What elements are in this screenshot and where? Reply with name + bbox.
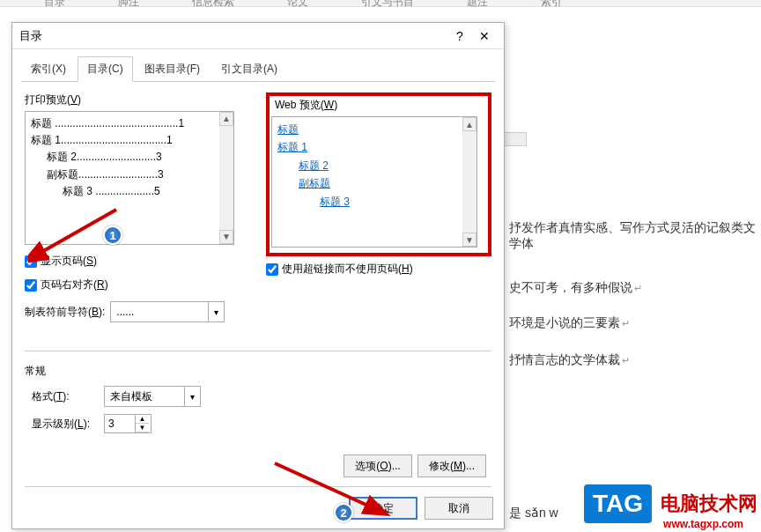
ok-button[interactable]: 确定	[349, 497, 417, 520]
bg-text-3: 环境是小说的三要素	[509, 315, 630, 331]
spin-down[interactable]: ▼	[136, 424, 149, 432]
tab-citations[interactable]: 引文目录(A)	[211, 56, 287, 82]
bg-pill	[502, 132, 527, 146]
divider	[25, 486, 491, 487]
web-preview-highlight: Web 预览(W) 标题 标题 1 标题 2 副标题 标题 3 ▲▼	[266, 92, 491, 256]
tab-bar: 索引(X) 目录(C) 图表目录(F) 引文目录(A)	[12, 49, 504, 82]
tab-figures[interactable]: 图表目录(F)	[135, 56, 210, 82]
web-link[interactable]: 标题 2	[299, 159, 329, 172]
dialog-title: 目录	[19, 28, 447, 44]
web-link[interactable]: 副标题	[299, 177, 330, 189]
help-button[interactable]: ?	[447, 26, 472, 47]
levels-spin[interactable]: ▲▼	[104, 414, 151, 433]
print-preview: 标题 .....................................…	[25, 111, 234, 245]
tab-toc[interactable]: 目录(C)	[78, 56, 133, 82]
use-hyperlinks-label: 使用超链接而不使用页码(H)	[282, 262, 413, 277]
bg-text-1: 抒发作者真情实感、写作方式灵活的记叙类文学体	[509, 220, 761, 252]
watermark-url: www.tagxp.com	[663, 518, 743, 530]
bg-text-4: 抒情言志的文学体裁	[509, 352, 630, 368]
divider	[25, 351, 491, 351]
spin-up[interactable]: ▲	[136, 415, 149, 424]
leader-label: 制表符前导符(B):	[25, 305, 105, 320]
toc-dialog: 目录 ? ✕ 索引(X) 目录(C) 图表目录(F) 引文目录(A) 打印预览(…	[11, 22, 505, 529]
right-align-label: 页码右对齐(R)	[41, 277, 108, 292]
bg-text-5: 是 sǎn w	[509, 506, 558, 521]
right-align-checkbox[interactable]	[25, 279, 37, 292]
modify-button[interactable]: 修改(M)...	[417, 454, 486, 477]
use-hyperlinks-checkbox[interactable]	[266, 263, 278, 276]
levels-input[interactable]	[105, 417, 135, 430]
cancel-button[interactable]: 取消	[425, 497, 493, 520]
web-link[interactable]: 标题	[277, 123, 299, 136]
show-page-label: 显示页码(S)	[41, 254, 97, 269]
ribbon: 目录 脚注 信息检索 论文 引文与书目 题注 索引	[0, 0, 761, 10]
levels-label: 显示级别(L):	[32, 417, 95, 432]
tab-index[interactable]: 索引(X)	[21, 56, 76, 82]
web-preview-label: Web 预览(W)	[271, 98, 486, 113]
web-link[interactable]: 标题 3	[320, 196, 350, 208]
leader-combo[interactable]: ......▾	[110, 301, 225, 322]
watermark-text: 电脑技术网	[661, 491, 757, 517]
web-link[interactable]: 标题 1	[277, 141, 307, 153]
options-button[interactable]: 选项(O)...	[344, 454, 412, 477]
annotation-badge-1: 1	[103, 225, 122, 245]
show-page-checkbox[interactable]	[25, 255, 37, 268]
watermark-tag: TAG	[584, 484, 652, 523]
web-preview: 标题 标题 1 标题 2 副标题 标题 3 ▲▼	[271, 116, 477, 248]
scrollbar[interactable]: ▲▼	[219, 112, 233, 244]
format-combo[interactable]: 来自模板▾	[104, 386, 201, 407]
scrollbar[interactable]: ▲▼	[462, 117, 477, 247]
general-label: 常规	[25, 364, 491, 379]
close-button[interactable]: ✕	[472, 26, 497, 47]
print-preview-label: 打印预览(V)	[25, 92, 250, 107]
format-label: 格式(T):	[32, 389, 95, 404]
annotation-badge-2: 2	[334, 503, 353, 522]
bg-text-2: 史不可考，有多种假说	[509, 280, 642, 296]
